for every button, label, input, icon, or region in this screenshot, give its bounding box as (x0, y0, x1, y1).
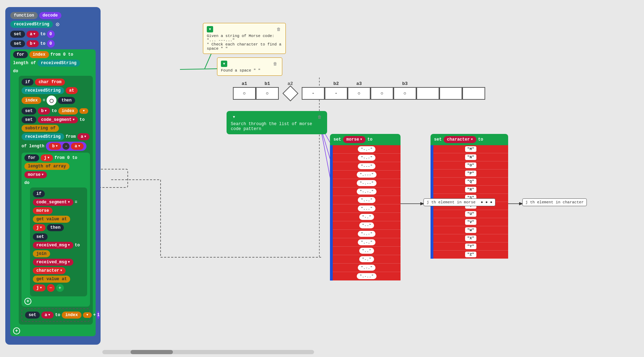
char-M: "M" (433, 145, 508, 153)
substring-of: substring of (22, 125, 59, 132)
length-array-j: length of array (24, 163, 70, 170)
join-kw: join (33, 250, 50, 257)
to-a-idx: to (55, 313, 60, 318)
search-annotation-box: ▼ 🗑 Search through the list of morse cod… (227, 111, 327, 134)
then-keyword: then (58, 97, 75, 104)
char-Q: "Q" (433, 178, 508, 186)
found-space-trash[interactable]: 🗑 (272, 61, 278, 67)
character-pill[interactable]: character (33, 267, 66, 274)
set-msg-kw: set (33, 233, 48, 240)
plus-btn-msg[interactable]: + (56, 284, 64, 292)
character-var[interactable]: character (444, 136, 476, 143)
char-X: "X" (433, 234, 508, 242)
comment-1-trash[interactable]: 🗑 (276, 26, 282, 32)
set-code-segment-row: set code_segment to substring of receive… (22, 116, 90, 151)
label-a3: a3 (348, 81, 371, 86)
set-b-row: set b to 0 (10, 40, 96, 48)
to-msg: to (75, 243, 80, 248)
if-j-kw: if (33, 190, 45, 197)
set-keyword-a: set (10, 31, 25, 38)
var-received-msg[interactable]: received_msg (33, 242, 73, 249)
from-cs: from (66, 134, 76, 139)
for-j-keyword: for (24, 154, 39, 161)
var-code-segment[interactable]: code_segment (38, 116, 78, 123)
from-0-to: from 0 to (50, 52, 73, 57)
label-b3: b3 (393, 81, 416, 86)
var-a-idx[interactable]: a (41, 312, 54, 319)
var-a-cs[interactable]: a (77, 133, 90, 140)
index-var[interactable]: index (29, 51, 49, 58)
plus-a: + (93, 313, 96, 318)
of-length: of length (22, 144, 44, 149)
received-string-if: receivedString (22, 87, 64, 94)
morse-item-10: "-.-" (333, 230, 401, 238)
label-b2: b2 (325, 81, 348, 86)
var-b[interactable]: b (26, 40, 39, 47)
character-list-panel: set character to "M" "N" "O" "P" "Q" "R"… (431, 134, 508, 259)
code-seg-pill[interactable]: code_segment (33, 199, 73, 206)
char-Z: "Z" (433, 251, 508, 259)
morse-j[interactable]: morse (24, 171, 47, 178)
index-dropdown-a[interactable] (83, 312, 92, 318)
set-a-index-box: set a to index + 1 (22, 308, 90, 322)
var-j[interactable]: j (41, 154, 53, 161)
horizontal-scrollbar[interactable] (102, 350, 314, 354)
search-trash[interactable]: 🗑 (317, 114, 323, 120)
cell-8 (462, 87, 485, 100)
minus-btn[interactable]: − (47, 284, 55, 292)
cell-0: ○ (233, 87, 256, 100)
character-header: set character to (431, 134, 508, 145)
length-calc: b - a (46, 142, 86, 151)
label-empty2 (371, 81, 393, 86)
to-cs: to (79, 117, 84, 122)
to-keyword-b: to (40, 41, 45, 46)
do-block-outer: if char from receivedString at index = ◯… (19, 76, 93, 325)
diamond-shape (282, 85, 298, 101)
decode-label[interactable]: decode (39, 12, 61, 19)
var-a-calc[interactable]: a (71, 143, 84, 150)
scrollbar-thumb[interactable] (131, 350, 173, 354)
search-toggle[interactable]: ▼ (231, 114, 237, 120)
var-a[interactable]: a (26, 31, 39, 38)
do-label-row: do (13, 69, 93, 74)
morse-var[interactable]: morse (343, 136, 366, 143)
set-msg-row: set received_msg to join received_msg ch… (33, 233, 84, 292)
to-keyword-a: to (40, 32, 45, 37)
morse-item-7: "..." (333, 204, 401, 213)
index-in-if[interactable]: index (22, 97, 41, 104)
collapse-icon[interactable]: ⊙ (56, 20, 60, 28)
set-keyword-b: set (10, 40, 25, 47)
cell-6 (416, 87, 439, 100)
comment-1-toggle[interactable]: ▼ (207, 26, 213, 32)
index-dropdown[interactable] (79, 108, 88, 114)
then-j-kw: then (47, 224, 64, 231)
char-O: "O" (433, 161, 508, 170)
morse-arrow-label: j th element in morse ● ● ● (423, 198, 495, 206)
comment-1-text2: * Check each character to find a space "… (207, 42, 282, 51)
index-val-b: index (58, 107, 78, 115)
morse-item-1: "-.-" (333, 154, 401, 162)
for-loop-outer: for index from 0 to length of receivedSt… (10, 49, 96, 336)
if-char-row: if char from receivedString at index = ◯… (22, 79, 90, 105)
cell-5: ○ (393, 87, 416, 100)
for-j-row: for j from 0 to length of array morse (24, 154, 87, 178)
var-j-inner[interactable]: j (33, 224, 46, 231)
var-b-calc[interactable]: b (49, 143, 61, 150)
get-value-at-msg: get value at (33, 276, 70, 283)
j-msg[interactable]: j (33, 284, 46, 291)
morse-item-4: "-.--" (333, 179, 401, 187)
plus-outer-row: + (13, 327, 93, 334)
var-b-i[interactable]: b (38, 107, 50, 115)
morse-list-panel: set morse to "-.-" "-.-" "---" ".---" "-… (330, 134, 401, 281)
found-space-toggle[interactable]: ▼ (221, 61, 227, 67)
received-msg-2[interactable]: received_msg (33, 259, 73, 266)
comment-box-1: ▼ 🗑 Given a string of Morse code: "... -… (203, 23, 286, 54)
length-of-label: length of (13, 61, 36, 66)
function-panel: function decode receivedString ⊙ set a t… (5, 7, 101, 345)
label-b1: b1 (256, 81, 279, 86)
morse-item-3: ".---" (333, 171, 401, 179)
found-space-header: ▼ 🗑 (221, 61, 278, 67)
add-outer-btn[interactable]: + (13, 327, 20, 334)
add-j-btn[interactable]: + (24, 298, 31, 305)
to-char: to (478, 137, 483, 142)
